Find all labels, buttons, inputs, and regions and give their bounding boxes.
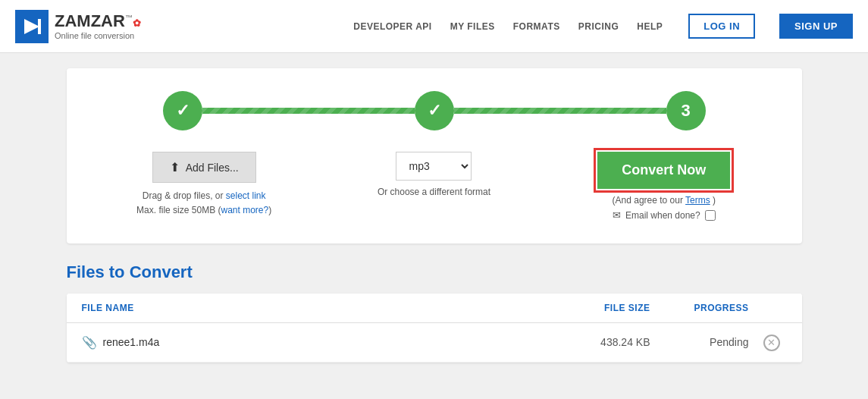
step-1-check [176,101,190,121]
email-label: Email when done? [625,210,700,221]
header: ZAMZAR™✿ Online file conversion DEVELOPE… [0,0,868,53]
col-filesize-header: FILE SIZE [559,303,650,313]
step-1-help: Drag & drop files, or select link Max. f… [136,189,271,218]
logo-icon [15,10,49,43]
format-help: Or choose a different format [378,187,490,197]
signup-button[interactable]: SIGN UP [779,14,853,39]
file-action-cell: ✕ [757,334,787,351]
conversion-card: 3 ⬆ Add Files... Drag & drop files, or s… [67,68,802,243]
step-2-col: mp3 mp4 wav ogg aac flac Or choose a dif… [327,152,541,197]
convert-terms: (And agree to our Terms ) [613,195,716,206]
logo-name-text: ZAMZAR [55,11,125,30]
step-line-2 [454,108,666,114]
upload-icon: ⬆ [170,160,180,174]
logo-area: ZAMZAR™✿ Online file conversion [15,10,141,43]
add-files-label: Add Files... [186,162,239,174]
login-button[interactable]: LOG IN [688,14,755,39]
step-2-circle [415,91,454,130]
logo-text: ZAMZAR™✿ Online file conversion [55,12,141,39]
steps-content: ⬆ Add Files... Drag & drop files, or sel… [97,152,772,221]
terms-label: Terms [685,195,710,206]
logo-name: ZAMZAR™✿ [55,12,141,30]
table-row: 📎 renee1.m4a 438.24 KB Pending ✕ [67,323,802,363]
step-3-col: Convert Now (And agree to our Terms ) ✉ … [556,152,771,221]
format-select[interactable]: mp3 mp4 wav ogg aac flac [396,152,472,181]
logo-subtitle: Online file conversion [55,31,141,40]
files-table-header: FILE NAME FILE SIZE PROGRESS [67,294,802,323]
agree-text: (And agree to our [613,195,683,206]
agree-end: ) [713,195,716,206]
file-progress-cell: Pending [650,336,757,348]
want-more-link[interactable]: want more? [221,205,269,215]
convert-now-button[interactable]: Convert Now [597,152,730,189]
files-table: FILE NAME FILE SIZE PROGRESS 📎 renee1.m4… [67,294,802,363]
files-section-title: Files to Convert [67,262,802,282]
remove-icon: ✕ [763,335,780,351]
file-size-cell: 438.24 KB [559,336,650,348]
terms-link[interactable]: Terms [685,195,710,206]
step-2-check [428,101,441,121]
remove-file-button[interactable]: ✕ [763,334,780,351]
select-link-label: select link [226,190,266,201]
email-done-row: ✉ Email when done? [613,209,716,221]
svg-rect-1 [38,19,41,34]
select-link[interactable]: select link [226,190,266,201]
nav-pricing[interactable]: PRICING [578,21,619,32]
nav-help[interactable]: HELP [637,21,663,32]
svg-marker-0 [24,19,39,34]
step-1-circle [163,91,202,130]
file-name-cell: 📎 renee1.m4a [82,335,559,350]
steps-bar: 3 [97,91,772,130]
main-nav: DEVELOPER API MY FILES FORMATS PRICING H… [353,14,853,39]
want-more-label: want more? [221,205,269,215]
main-content: 3 ⬆ Add Files... Drag & drop files, or s… [55,68,813,363]
nav-developer-api[interactable]: DEVELOPER API [353,21,431,32]
drag-text: Drag & drop files, or [143,190,224,201]
nav-my-files[interactable]: MY FILES [450,21,495,32]
file-name: renee1.m4a [103,336,160,348]
format-select-wrap: mp3 mp4 wav ogg aac flac [396,152,472,181]
email-icon: ✉ [613,209,621,221]
files-section: Files to Convert FILE NAME FILE SIZE PRO… [67,262,802,363]
step-3-label: 3 [681,101,690,121]
step-1-col: ⬆ Add Files... Drag & drop files, or sel… [97,152,312,218]
max-size-text: Max. file size 50MB [136,205,215,215]
title-static: Files to [67,262,130,281]
step-3-circle: 3 [666,91,706,130]
email-checkbox[interactable] [705,210,716,221]
col-filename-header: FILE NAME [82,303,559,313]
add-files-button[interactable]: ⬆ Add Files... [152,152,256,183]
step-line-1 [202,108,415,114]
file-clip-icon: 📎 [82,335,97,350]
col-progress-header: PROGRESS [650,303,757,313]
title-blue: Convert [130,262,193,281]
nav-formats[interactable]: FORMATS [513,21,560,32]
